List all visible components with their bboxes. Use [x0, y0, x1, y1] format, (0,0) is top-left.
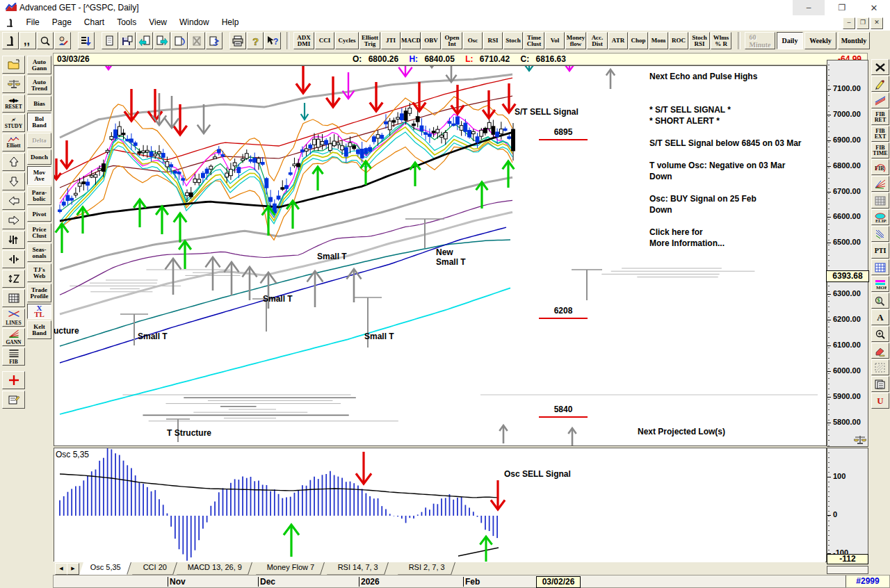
zoom-in-button[interactable]	[871, 326, 889, 342]
indicator-stochrsi-button[interactable]: StochRSI	[689, 32, 710, 49]
help-button[interactable]: ?	[247, 32, 264, 49]
tab-scroll-right-button[interactable]: ▶	[67, 563, 79, 575]
indicator-jti-button[interactable]: JTI	[381, 32, 400, 49]
indicator-cci-button[interactable]: CCI	[315, 32, 334, 49]
indicator-stoch-button[interactable]: Stoch	[503, 32, 523, 49]
tool-pages-button[interactable]	[2, 231, 25, 249]
mdi-restore-button[interactable]: ❐	[857, 17, 869, 29]
tool-arrow-left-button[interactable]	[2, 192, 25, 210]
study-pivot-button[interactable]: Pivot	[27, 206, 51, 222]
annotation-more-information[interactable]: More Information...	[649, 238, 725, 248]
text-tool-button[interactable]: A	[871, 309, 889, 325]
fan-button[interactable]	[871, 176, 889, 192]
tool-crosshair-button[interactable]	[2, 371, 25, 389]
study-xtl-button[interactable]: XTL	[27, 304, 51, 319]
indicator-openint-button[interactable]: OpenInt	[442, 32, 462, 49]
indicator-roc-button[interactable]: ROC	[669, 32, 688, 49]
tab-moneyflow7[interactable]: Money Flow 7	[256, 562, 325, 575]
indicator-chop-button[interactable]: Chop	[629, 32, 648, 49]
close-button[interactable]: ✕	[858, 0, 890, 15]
pti-button[interactable]: PTI	[871, 243, 889, 259]
angles-button[interactable]	[871, 226, 889, 242]
indicator-timeclust-button[interactable]: TimeClust	[524, 32, 544, 49]
indicator-vol-button[interactable]: Vol	[545, 32, 565, 49]
tool-lines-button[interactable]: LINES	[2, 309, 25, 327]
quotes-button[interactable]: ,,	[19, 32, 36, 49]
tool-arrow-up-button[interactable]	[2, 153, 25, 171]
fib-time-button[interactable]: FIBTIME	[871, 142, 889, 158]
study-auto-trend-button[interactable]: AutoTrend	[27, 76, 51, 95]
menu-file[interactable]: File	[19, 15, 45, 31]
page-prev-button[interactable]	[136, 32, 153, 49]
pin-button[interactable]	[2, 32, 19, 49]
study-price-clust-button[interactable]: PriceClust	[27, 223, 51, 242]
indicator-moneyflow-button[interactable]: Moneyflow	[565, 32, 586, 49]
grid-blue-button[interactable]	[871, 259, 889, 275]
timeframe-weekly-button[interactable]: Weekly	[804, 32, 836, 49]
tab-macd13269[interactable]: MACD 13, 26, 9	[177, 562, 252, 575]
indicator-atr-button[interactable]: ATR	[608, 32, 628, 49]
scales-icon[interactable]	[854, 435, 866, 445]
menu-chart[interactable]: Chart	[78, 15, 111, 31]
tool-arrow-down-button[interactable]	[2, 172, 25, 190]
study-kelt-band-button[interactable]: KeltBand	[27, 320, 51, 339]
menu-page[interactable]: Page	[46, 15, 78, 31]
menu-view[interactable]: View	[143, 15, 173, 31]
indicator-osc-button[interactable]: Osc	[463, 32, 483, 49]
study-donch-button[interactable]: Donch	[27, 149, 51, 165]
indicator-rsi-button[interactable]: RSI	[483, 32, 503, 49]
tool-v-sort-button[interactable]	[2, 270, 25, 288]
tool-properties-button[interactable]	[2, 391, 25, 409]
study-tjs-web-button[interactable]: TJ'sWeb	[27, 263, 51, 282]
tab-scroll-left-button[interactable]: ◀	[55, 563, 67, 575]
page-delete-button[interactable]	[188, 32, 205, 49]
indicator-elliotttrig-button[interactable]: ElliottTrig	[359, 32, 380, 49]
indicator-adxdmi-button[interactable]: ADXDMI	[293, 32, 314, 49]
tool-h-expand-button[interactable]	[2, 250, 25, 268]
indicator-obv-button[interactable]: OBV	[421, 32, 441, 49]
indicator-wlms%r-button[interactable]: Wlms% R	[711, 32, 731, 49]
mdi-minimize-button[interactable]: –	[843, 17, 855, 29]
user-edit-button[interactable]	[54, 32, 71, 49]
title-bar[interactable]: Advanced GET - [^GSPC, Daily] – ❐ ✕	[0, 0, 890, 16]
page-next-button[interactable]	[154, 32, 170, 49]
new-page-button[interactable]	[102, 32, 118, 49]
save-page-button[interactable]	[119, 32, 136, 49]
page-turn-button[interactable]	[171, 32, 188, 49]
grid-button[interactable]	[871, 193, 889, 209]
annotation-click-here[interactable]: Click here for	[649, 227, 703, 237]
indicator-macd-button[interactable]: MACD	[401, 32, 421, 49]
indicator-mom-button[interactable]: Mom	[649, 32, 668, 49]
fib-ret-button[interactable]: FIBRET	[871, 109, 889, 125]
notes-button[interactable]	[871, 376, 889, 392]
tool-scales-button[interactable]	[2, 75, 25, 93]
page-copy-button[interactable]	[206, 32, 222, 49]
study-auto-gann-button[interactable]: AutoGann	[27, 56, 51, 74]
close-x-button[interactable]	[871, 59, 889, 75]
tab-rsi1473[interactable]: RSI 14, 7, 3	[327, 562, 389, 575]
tool-study-button[interactable]: 🗲STUDY	[2, 114, 25, 132]
magnet-button[interactable]: U	[871, 393, 889, 409]
minimize-button[interactable]: –	[793, 0, 825, 15]
value-finder-button[interactable]: $	[871, 293, 889, 309]
timeframe-monthly-button[interactable]: Monthly	[838, 32, 870, 49]
context-help-button[interactable]: ?	[264, 32, 281, 49]
menu-window[interactable]: Window	[173, 15, 216, 31]
timeframe-60-minute-button[interactable]: 60Minute	[745, 32, 775, 49]
mob-button[interactable]: MOB	[871, 276, 889, 292]
restore-button[interactable]: ❐	[826, 0, 858, 15]
tool-gann-button[interactable]: GANN	[2, 328, 25, 346]
tab-rsi273[interactable]: RSI 2, 7, 3	[398, 562, 455, 575]
print-button[interactable]	[229, 32, 246, 49]
tool-fib-button[interactable]: FIB	[2, 348, 25, 366]
ellipse-button[interactable]: ELIPS	[871, 209, 889, 225]
magnifier-button[interactable]	[37, 32, 54, 49]
study-mov-ave-button[interactable]: MovAve	[27, 166, 51, 185]
timeframe-daily-button[interactable]: Daily	[777, 32, 803, 49]
sort-down-button[interactable]	[78, 32, 95, 49]
study-delta-button[interactable]: Delta	[27, 133, 51, 148]
tab-osc535[interactable]: Osc 5,35	[79, 562, 131, 575]
indicator-cycles-button[interactable]: Cycles	[335, 32, 359, 49]
mdi-close-button[interactable]: ✕	[871, 17, 883, 29]
study-bol-band-button[interactable]: BolBand	[27, 113, 51, 131]
